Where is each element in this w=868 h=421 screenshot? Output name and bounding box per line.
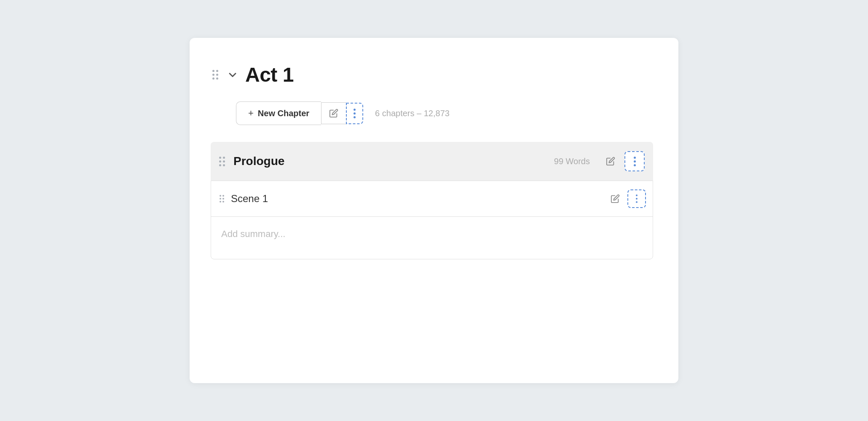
act-title: Act 1	[245, 63, 294, 86]
act-header: Act 1	[211, 63, 653, 86]
more-act-button[interactable]	[346, 103, 363, 124]
prologue-header: Prologue 99 Words	[211, 142, 653, 181]
more-prologue-button[interactable]	[624, 151, 645, 171]
word-count-badge: 99 Words	[554, 157, 590, 166]
pencil-icon	[606, 157, 615, 166]
scene-container: Scene 1 Add summary...	[211, 181, 653, 259]
edit-scene-button[interactable]	[608, 192, 622, 206]
pencil-icon	[611, 194, 620, 203]
summary-area[interactable]: Add summary...	[211, 217, 653, 259]
edit-prologue-button[interactable]	[603, 154, 618, 168]
scene-title: Scene 1	[231, 193, 603, 205]
more-scene-button[interactable]	[627, 189, 646, 208]
dash-separator: –	[417, 109, 424, 118]
edit-act-button[interactable]	[321, 102, 346, 124]
chapter-count-text: 6 chapters	[375, 109, 414, 118]
act-drag-handle[interactable]	[211, 68, 220, 81]
new-chapter-button[interactable]: + New Chapter	[236, 101, 321, 125]
scene-drag-handle[interactable]	[218, 193, 226, 204]
action-row: + New Chapter 6 chapters – 12,873	[236, 101, 653, 125]
summary-placeholder: Add summary...	[221, 229, 285, 239]
pencil-icon	[329, 109, 338, 118]
prologue-drag-handle[interactable]	[217, 155, 227, 168]
prologue-title: Prologue	[233, 155, 547, 168]
three-dots-vertical-icon	[354, 109, 356, 118]
chevron-down-icon[interactable]	[227, 69, 238, 81]
three-dots-vertical-icon	[636, 195, 638, 203]
new-chapter-label: New Chapter	[258, 109, 309, 118]
prologue-section: Prologue 99 Words	[211, 142, 653, 259]
scene-header: Scene 1	[211, 181, 653, 217]
chapter-count: 6 chapters – 12,873	[375, 109, 450, 118]
word-count-text: 12,873	[424, 109, 450, 118]
main-card: Act 1 + New Chapter 6 chapters – 12,873	[190, 38, 678, 383]
plus-icon: +	[248, 108, 254, 119]
three-dots-vertical-icon	[634, 157, 636, 166]
